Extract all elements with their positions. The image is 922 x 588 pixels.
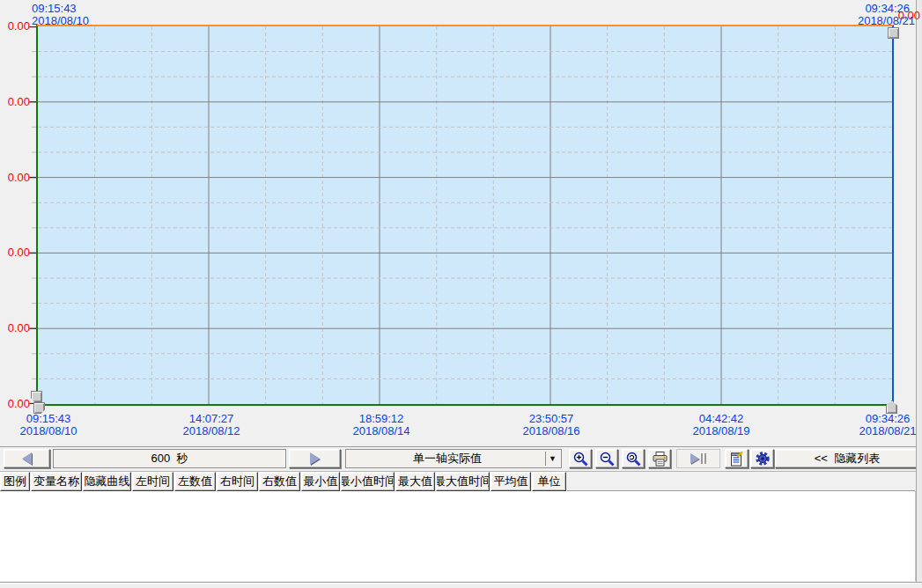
print-button[interactable] (648, 449, 671, 468)
gear-icon (754, 450, 771, 467)
y-axis-label: 0.00 (0, 397, 30, 411)
column-header-1[interactable]: 图例 (0, 472, 30, 491)
y-axis-label: 0.00 (0, 321, 30, 335)
plot-inner (38, 26, 892, 404)
trend-viewer-window: 09:15:43 2018/08/10 09:34:26 2018/08/21 … (0, 0, 922, 588)
printer-icon (652, 451, 668, 467)
zoom-out-icon (599, 451, 616, 467)
x-axis-label: 09:34:262018/08/21 (839, 413, 922, 437)
column-header-13[interactable]: 单位 (532, 472, 566, 491)
x-axis-label: 18:59:122018/08/14 (333, 413, 430, 437)
x-axis-label: 14:07:272018/08/12 (163, 413, 260, 437)
column-header-2[interactable]: 变量名称 (31, 472, 82, 491)
settings-button[interactable] (750, 449, 774, 468)
value-mode-label: 单一轴实际值 (413, 451, 482, 467)
next-interval-button[interactable] (289, 449, 341, 468)
legend-table-header: 图例变量名称隐藏曲线左时间左数值右时间右数值最小值最小值时间最大值最大值时间平均… (0, 472, 915, 491)
right-edge-strip (916, 0, 922, 588)
right-axis-top-value: 0.00 (898, 9, 920, 22)
play-pause-icon (690, 453, 706, 464)
chevron-down-icon[interactable]: ▼ (545, 452, 559, 466)
hide-list-button[interactable]: << 隐藏列表 (775, 449, 919, 468)
y-axis-label: 0.00 (0, 19, 30, 33)
top-right-slider-handle[interactable] (888, 27, 899, 39)
time-span-field[interactable]: 600 秒 (53, 449, 286, 468)
y-axis-label: 0.00 (0, 95, 30, 109)
column-header-12[interactable]: 平均值 (491, 472, 531, 491)
zoom-in-icon (572, 451, 589, 467)
column-header-7[interactable]: 右数值 (259, 472, 300, 491)
edit-list-icon (728, 451, 745, 467)
y-axis-label: 0.00 (0, 171, 30, 185)
grid (29, 26, 892, 404)
y-axis-label: 0.00 (0, 246, 30, 260)
zoom-reset-button[interactable] (622, 449, 645, 468)
curve-list-edit-button[interactable] (725, 449, 749, 468)
column-header-4[interactable]: 左时间 (132, 472, 173, 491)
column-header-8[interactable]: 最小值 (301, 472, 340, 491)
column-header-3[interactable]: 隐藏曲线 (83, 472, 131, 491)
value-mode-select[interactable]: 单一轴实际值 ▼ (345, 449, 562, 468)
x-axis-label: 04:42:422018/08/19 (673, 413, 770, 437)
prev-interval-button[interactable] (4, 449, 50, 468)
column-header-filler (567, 472, 915, 491)
bottom-edge-strip (0, 582, 922, 588)
toolbar: 600 秒 单一轴实际值 ▼ (0, 446, 922, 472)
column-header-5[interactable]: 左数值 (174, 472, 216, 491)
x-axis-label: 23:50:572018/08/16 (503, 413, 600, 437)
x-axis-label: 09:15:432018/08/10 (0, 413, 97, 437)
zoom-in-button[interactable] (569, 449, 592, 468)
column-header-6[interactable]: 右时间 (217, 472, 258, 491)
chart-start-time-label: 09:15:43 (32, 2, 77, 15)
column-header-9[interactable]: 最小值时间 (341, 472, 395, 491)
column-header-10[interactable]: 最大值 (395, 472, 435, 491)
zoom-out-button[interactable] (595, 449, 618, 468)
plot-area[interactable] (36, 25, 894, 406)
zoom-reset-icon (625, 451, 642, 467)
column-header-11[interactable]: 最大值时间 (436, 472, 490, 491)
legend-list-area[interactable] (0, 491, 917, 581)
left-triangle-icon (22, 452, 32, 465)
play-pause-button[interactable] (676, 449, 720, 468)
right-triangle-icon (310, 452, 320, 465)
